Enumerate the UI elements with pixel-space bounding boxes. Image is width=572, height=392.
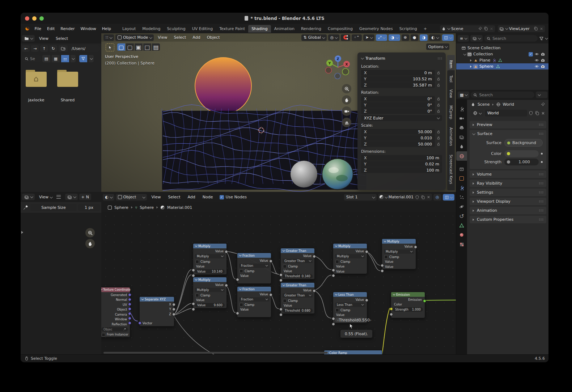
properties-tab-material[interactable] bbox=[456, 230, 467, 240]
close-icon[interactable] bbox=[490, 27, 493, 31]
clamp-checkbox[interactable]: Clamp bbox=[237, 269, 271, 273]
properties-options-dropdown[interactable] bbox=[536, 92, 547, 98]
snap-toggle[interactable]: 🧲 bbox=[341, 34, 350, 41]
workspace-tab-layout[interactable]: Layout bbox=[119, 25, 139, 33]
shading-solid-button[interactable]: ● bbox=[411, 34, 419, 41]
navigation-gizmo[interactable]: Z Y X bbox=[323, 54, 353, 81]
expand-icon[interactable] bbox=[463, 52, 466, 55]
expand-icon[interactable] bbox=[470, 65, 472, 67]
threshold-field[interactable]: Threshold0.340 bbox=[283, 274, 313, 278]
filter-dropdown[interactable] bbox=[545, 37, 548, 39]
node-separate-xyz[interactable]: Separate XYZ X Y Z Vector bbox=[139, 296, 174, 326]
workspace-tab-scripting[interactable]: Scripting bbox=[396, 25, 420, 33]
location-z-field[interactable]: Z35.587 m bbox=[361, 82, 435, 88]
socket-value-in[interactable] bbox=[332, 269, 335, 272]
properties-tab-view-layer[interactable] bbox=[456, 132, 467, 142]
toggle-xray-button[interactable]: ◑ bbox=[389, 34, 400, 41]
hide-eye-icon[interactable] bbox=[534, 52, 539, 56]
lock-icon[interactable] bbox=[435, 71, 442, 75]
image-datablock-button[interactable] bbox=[65, 194, 78, 200]
breadcrumb-scene[interactable]: Scene bbox=[478, 102, 490, 107]
node-view-menu[interactable]: View bbox=[148, 194, 164, 201]
node-less-than[interactable]: Less Than Value Less Than Clamp Value ‹T… bbox=[333, 292, 367, 323]
socket-value-out[interactable] bbox=[269, 293, 272, 296]
panel-grip[interactable] bbox=[437, 57, 442, 60]
node-multiply-1[interactable]: Multiply Value Multiply Clamp Value Valu… bbox=[193, 243, 227, 275]
world-color-swatch[interactable] bbox=[504, 150, 539, 157]
filter-icon[interactable] bbox=[539, 36, 544, 41]
properties-tab-world[interactable] bbox=[456, 151, 467, 161]
pan-gizmo-button[interactable] bbox=[85, 239, 95, 248]
socket-value-in2[interactable] bbox=[332, 274, 335, 277]
hide-eye-icon[interactable] bbox=[534, 58, 539, 63]
shading-rendered-button[interactable]: ◐ bbox=[429, 34, 441, 41]
node-greater-than-1[interactable]: Greater Than Value Greater Than Clamp Va… bbox=[280, 248, 315, 279]
node-overlay-button[interactable]: ◫ bbox=[443, 194, 454, 201]
value-field[interactable]: Value10.140 bbox=[195, 269, 225, 274]
menu-render[interactable]: Render bbox=[58, 25, 77, 32]
node-greater-than-2[interactable]: Greater Than Value Greater Than Clamp Va… bbox=[280, 282, 315, 314]
options-button[interactable]: Options bbox=[426, 43, 449, 50]
socket-y[interactable] bbox=[172, 308, 175, 311]
shader-node-editor[interactable]: ◐ Object View Select Add Node ✓Use Nodes… bbox=[101, 192, 456, 355]
mode-select[interactable]: Object Mode bbox=[115, 34, 154, 41]
socket-value-out[interactable] bbox=[414, 245, 417, 249]
viewlayer-name[interactable]: ViewLayer bbox=[509, 26, 532, 31]
select-lasso-tool[interactable]: ▣ bbox=[135, 43, 143, 51]
panel-custom-properties[interactable]: Custom Properties bbox=[470, 216, 546, 223]
dimensions-z-field[interactable]: Z100 m bbox=[361, 167, 442, 173]
outliner-row-scene-collection[interactable]: Scene Collection bbox=[456, 45, 548, 51]
lock-icon[interactable] bbox=[435, 136, 442, 140]
socket-value-in[interactable] bbox=[279, 273, 283, 277]
outliner-filter-display-button[interactable] bbox=[470, 35, 483, 42]
math-operation-select[interactable]: Multiply bbox=[195, 254, 225, 258]
socket-value-out[interactable] bbox=[313, 289, 316, 292]
math-operation-select[interactable]: Greater Than bbox=[283, 259, 313, 263]
gray-sphere-object[interactable] bbox=[291, 161, 317, 187]
file-search-input[interactable]: Se bbox=[22, 55, 41, 62]
image-view-menu[interactable]: View bbox=[36, 194, 55, 201]
zoom-gizmo-button[interactable] bbox=[85, 228, 95, 237]
file-browser-view-menu[interactable]: View bbox=[36, 35, 51, 42]
animate-dot[interactable] bbox=[541, 153, 543, 155]
hide-eye-icon[interactable] bbox=[534, 64, 539, 69]
menu-window[interactable]: Window bbox=[77, 25, 99, 32]
math-operation-select[interactable]: Fraction bbox=[239, 264, 269, 268]
copy-icon[interactable] bbox=[421, 195, 425, 199]
socket-emission-out[interactable] bbox=[423, 299, 426, 303]
rotate-tool[interactable]: ▤ bbox=[152, 43, 160, 51]
properties-tab-physics[interactable] bbox=[456, 202, 467, 211]
socket-value-out[interactable] bbox=[313, 255, 316, 258]
region-expand-arrow[interactable] bbox=[21, 231, 23, 234]
viewport-perspective-button[interactable] bbox=[342, 118, 351, 127]
collection-checkbox[interactable]: ✓ bbox=[529, 52, 533, 56]
lock-icon[interactable] bbox=[435, 83, 442, 87]
node-emission[interactable]: Emission Emission Color Strength1.000 bbox=[391, 292, 425, 318]
workspace-tab-shading[interactable]: Shading bbox=[248, 25, 271, 33]
display-size-dropdown[interactable] bbox=[71, 55, 76, 62]
expand-icon[interactable] bbox=[470, 59, 472, 61]
clamp-checkbox[interactable]: Clamp bbox=[281, 264, 314, 269]
editor-type-button[interactable]: ∷ bbox=[103, 34, 114, 41]
breadcrumb-material[interactable]: Material.001 bbox=[167, 205, 192, 210]
titlebar[interactable]: * tru.blend - Blender 4.5.6 LTS bbox=[21, 13, 548, 24]
menu-edit[interactable]: Edit bbox=[44, 25, 58, 32]
node-snap-button[interactable]: ◎ bbox=[433, 194, 441, 201]
socket-threshold-in[interactable] bbox=[279, 279, 283, 282]
editor-type-button[interactable]: ◐ bbox=[103, 194, 114, 201]
proportional-edit-toggle[interactable]: ◦⌃ bbox=[352, 34, 362, 41]
move-tool[interactable]: □ bbox=[143, 43, 151, 51]
socket-vector-in[interactable] bbox=[138, 321, 141, 325]
disable-render-icon[interactable] bbox=[541, 58, 545, 63]
socket-normal[interactable] bbox=[128, 298, 131, 301]
editor-type-button[interactable] bbox=[22, 194, 35, 200]
clamp-checkbox[interactable]: Clamp bbox=[193, 259, 226, 264]
socket-object[interactable] bbox=[128, 307, 131, 311]
new-folder-button[interactable] bbox=[59, 45, 68, 52]
gizmo-negative-x[interactable] bbox=[326, 67, 332, 73]
path-field[interactable]: /Users/ bbox=[69, 45, 100, 52]
world-name-field[interactable]: World bbox=[485, 110, 527, 117]
lock-icon[interactable] bbox=[435, 109, 442, 113]
socket-value-in[interactable] bbox=[236, 312, 239, 315]
gizmo-negative-z[interactable] bbox=[335, 73, 340, 79]
